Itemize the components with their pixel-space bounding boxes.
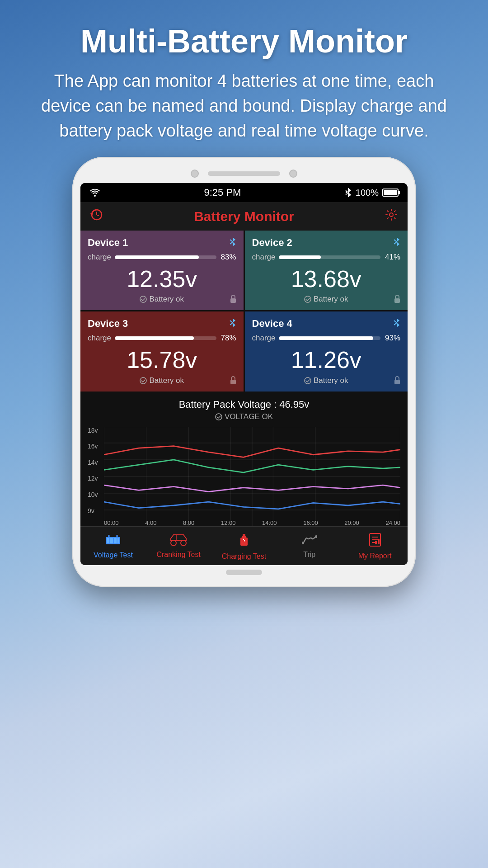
wifi-icon: [89, 189, 100, 197]
svg-marker-1: [348, 193, 351, 197]
voltage-status: VOLTAGE OK: [88, 412, 400, 421]
trip-icon: [302, 533, 317, 549]
chart-x-axis: 00:00 4:00 8:00 12:00 14:00 16:00 20:00 …: [104, 519, 400, 526]
device-4-charge-bar: [279, 336, 373, 340]
voltage-pack-title: Battery Pack Voltage : 46.95v: [88, 399, 400, 410]
device-3-charge: 78%: [220, 334, 236, 343]
svg-marker-0: [348, 188, 351, 193]
svg-marker-22: [397, 318, 399, 323]
svg-rect-65: [378, 539, 380, 544]
nav-trip[interactable]: Trip: [277, 533, 342, 559]
device-card-4[interactable]: Device 4 charge 93%: [245, 311, 408, 391]
svg-marker-23: [397, 323, 399, 327]
chart-y-axis: 18v 16v 14v 12v 10v 9v: [88, 427, 104, 515]
nav-my-report[interactable]: My Report: [342, 533, 408, 560]
svg-marker-11: [397, 242, 399, 246]
device-3-status: Battery ok: [88, 376, 236, 385]
bottom-nav: Voltage Test Cranking Test: [80, 526, 408, 565]
device-card-3[interactable]: Device 3 charge 78%: [80, 311, 244, 391]
svg-point-52: [181, 540, 186, 546]
device-4-bt: [393, 318, 400, 330]
svg-marker-16: [233, 318, 235, 323]
svg-rect-47: [114, 538, 117, 543]
nav-voltage-label: Voltage Test: [94, 551, 133, 559]
svg-rect-21: [230, 380, 236, 384]
svg-point-3: [389, 213, 393, 217]
phone-top-hardware: [80, 165, 408, 183]
status-right: 100%: [345, 188, 399, 198]
device-3-bt: [229, 318, 236, 330]
device-card-1[interactable]: Device 1 charge 83%: [80, 231, 244, 310]
svg-point-14: [305, 296, 311, 302]
svg-point-20: [140, 377, 146, 384]
device-3-charge-bar: [115, 336, 194, 340]
svg-rect-48: [117, 538, 119, 543]
device-1-status: Battery ok: [88, 295, 236, 304]
app-title: Battery Monitor: [194, 209, 294, 224]
device-1-charge: 83%: [220, 253, 236, 262]
device-2-lock: [393, 294, 401, 306]
svg-rect-55: [242, 536, 246, 538]
voltage-chart: 18v 16v 14v 12v 10v 9v: [88, 427, 400, 526]
svg-marker-5: [233, 242, 235, 246]
my-report-icon: [369, 533, 381, 550]
svg-point-26: [305, 377, 311, 384]
device-2-bt: [393, 237, 400, 249]
svg-point-51: [171, 540, 176, 546]
device-4-voltage: 11.26v: [252, 347, 401, 373]
svg-marker-4: [233, 237, 235, 242]
svg-rect-46: [110, 538, 113, 543]
phone-screen: 9:25 PM 100%: [80, 183, 408, 565]
svg-line-19: [230, 323, 233, 325]
phone-speaker: [208, 171, 280, 176]
svg-rect-45: [107, 538, 109, 543]
voltage-pack-section: Battery Pack Voltage : 46.95v VOLTAGE OK…: [80, 392, 408, 526]
device-4-status: Battery ok: [252, 376, 401, 385]
svg-rect-27: [394, 380, 400, 384]
device-3-name: Device 3: [88, 318, 128, 330]
history-icon[interactable]: [90, 208, 103, 224]
device-4-lock: [393, 376, 401, 387]
svg-line-24: [394, 321, 397, 323]
front-sensor: [289, 170, 297, 178]
svg-line-6: [230, 240, 233, 242]
nav-trip-label: Trip: [303, 551, 315, 559]
page-title: Multi-Battery Monitor: [27, 23, 461, 60]
svg-line-12: [394, 240, 397, 242]
device-grid: Device 1 charge 83%: [80, 231, 408, 391]
device-card-2[interactable]: Device 2 charge 41%: [245, 231, 408, 310]
phone-frame: 9:25 PM 100%: [72, 157, 416, 586]
svg-rect-15: [394, 298, 400, 303]
device-4-charge: 93%: [384, 334, 400, 343]
svg-point-28: [216, 414, 222, 420]
app-bar: Battery Monitor: [80, 202, 408, 231]
device-2-name: Device 2: [252, 237, 292, 249]
home-button[interactable]: [226, 570, 262, 575]
svg-line-7: [230, 242, 233, 244]
bluetooth-icon: [345, 188, 352, 198]
svg-marker-17: [233, 323, 235, 327]
device-1-name: Device 1: [88, 237, 128, 249]
nav-cranking-label: Cranking Test: [156, 551, 201, 559]
settings-icon[interactable]: [385, 208, 398, 224]
chart-svg: [104, 427, 400, 526]
device-1-charge-bar: [115, 255, 199, 259]
nav-charging-test[interactable]: Charging Test: [211, 532, 277, 561]
svg-rect-56: [243, 534, 244, 536]
device-1-lock: [229, 294, 237, 306]
battery-icon: [382, 189, 399, 197]
device-3-lock: [229, 376, 237, 387]
front-camera: [191, 170, 199, 178]
svg-rect-64: [375, 541, 377, 544]
cranking-test-icon: [170, 533, 187, 549]
voltage-test-icon: [105, 533, 121, 549]
status-time: 9:25 PM: [204, 187, 241, 198]
svg-rect-9: [230, 298, 236, 303]
nav-charging-label: Charging Test: [222, 552, 266, 561]
device-1-bt: [229, 237, 236, 249]
nav-voltage-test[interactable]: Voltage Test: [80, 533, 146, 559]
nav-cranking-test[interactable]: Cranking Test: [146, 533, 211, 559]
device-2-charge: 41%: [384, 253, 400, 262]
nav-report-label: My Report: [358, 552, 392, 560]
device-3-voltage: 15.78v: [88, 347, 236, 373]
